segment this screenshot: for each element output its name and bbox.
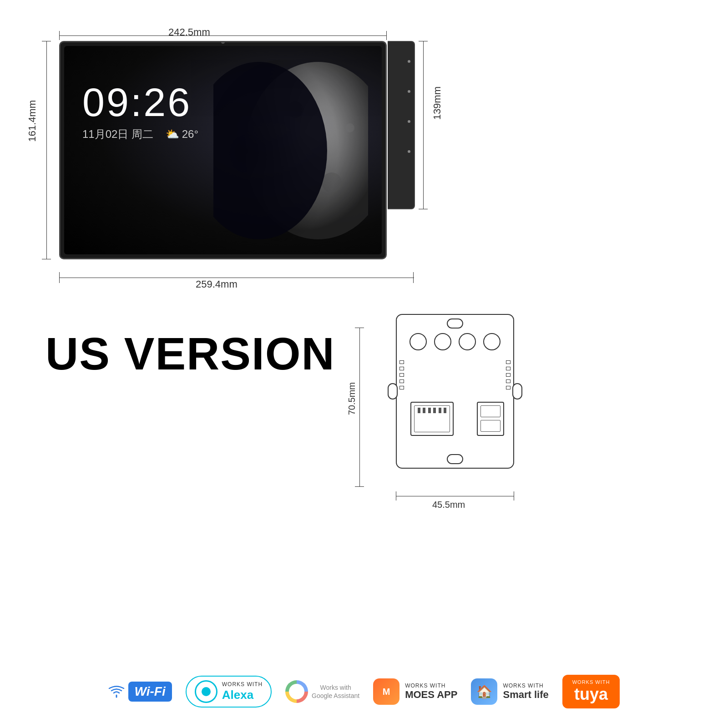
tuya-name-label: tuya xyxy=(574,685,608,704)
connector-teeth xyxy=(415,408,450,413)
clock-time: 09:26 xyxy=(82,82,198,122)
moon-graphic xyxy=(213,55,368,246)
tooth-4 xyxy=(433,408,436,413)
alexa-text: WORKS WITH Alexa xyxy=(222,681,263,702)
port-r1 xyxy=(506,360,511,364)
alexa-dot xyxy=(202,687,211,696)
alexa-name-label: Alexa xyxy=(222,688,263,702)
clock-date: 11月02日 周二 xyxy=(82,128,153,140)
moes-icon: M xyxy=(373,678,399,705)
port-4 xyxy=(399,379,404,383)
ports-left xyxy=(399,360,404,389)
side-buttons xyxy=(408,60,410,153)
alexa-icon xyxy=(195,680,217,703)
tooth-1 xyxy=(418,408,420,413)
side-button-4 xyxy=(408,150,410,153)
back-circle-3 xyxy=(459,333,476,350)
back-circle-2 xyxy=(434,333,451,350)
back-dim-v-line xyxy=(359,328,360,487)
back-circle-1 xyxy=(410,333,427,350)
tooth-6 xyxy=(444,408,446,413)
google-badge: Works withGoogle Assistant xyxy=(285,680,359,703)
camera-dot xyxy=(221,41,225,44)
wifi-icon xyxy=(108,685,125,698)
side-button-2 xyxy=(408,90,410,93)
mount-hole-right xyxy=(512,383,522,399)
moes-app-label: MOES APP xyxy=(405,689,457,701)
smartlife-badge: 🏠 WORKS WITH Smart life xyxy=(471,678,548,705)
clock-date-weather: 11月02日 周二 ⛅ 26° xyxy=(82,127,198,142)
side-button-3 xyxy=(408,120,410,123)
alexa-badge: WORKS WITH Alexa xyxy=(186,676,272,708)
mount-hole-left xyxy=(388,383,398,399)
tooth-5 xyxy=(439,408,441,413)
smartlife-text: WORKS WITH Smart life xyxy=(503,682,548,701)
clock-display: 09:26 11月02日 周二 ⛅ 26° xyxy=(82,82,198,142)
device-screen: 09:26 11月02日 周二 ⛅ 26° xyxy=(64,46,382,254)
dim-label-back-height: 70.5mm xyxy=(347,382,357,415)
moes-works-with-label: WORKS WITH xyxy=(405,682,457,689)
alexa-works-with-label: WORKS WITH xyxy=(222,681,263,688)
smartlife-icon: 🏠 xyxy=(471,678,497,705)
dim-tick xyxy=(396,491,396,500)
google-inner xyxy=(289,684,304,699)
dim-label-back-width: 45.5mm xyxy=(432,500,465,510)
dim-label-bottom-width: 259.4mm xyxy=(196,278,238,290)
switch-slot-2 xyxy=(480,420,500,432)
port-5 xyxy=(399,386,404,389)
side-button-1 xyxy=(408,60,410,63)
google-label: Works withGoogle Assistant xyxy=(312,683,359,700)
back-dim-h-line xyxy=(396,496,514,496)
google-icon xyxy=(285,680,308,703)
connector-inner xyxy=(414,405,450,432)
mount-hole-bottom xyxy=(447,454,463,464)
port-r2 xyxy=(506,367,511,370)
wifi-badge: Wi-Fi xyxy=(108,682,172,702)
back-device-rect xyxy=(396,314,514,469)
dim-line-right-height xyxy=(423,41,424,209)
dim-label-left-height: 161.4mm xyxy=(26,100,38,142)
back-connector-box xyxy=(410,402,454,436)
device-side-view xyxy=(388,41,415,209)
smartlife-works-with-label: WORKS WITH xyxy=(503,682,548,689)
dim-line-left-height xyxy=(46,41,47,259)
port-r5 xyxy=(506,386,511,389)
switch-slot-1 xyxy=(480,405,500,417)
tooth-3 xyxy=(428,408,431,413)
dim-label-right-height: 139mm xyxy=(431,86,443,120)
moes-badge: M WORKS WITH MOES APP xyxy=(373,678,457,705)
back-switch-box xyxy=(477,402,504,436)
dim-line-top-width xyxy=(59,35,387,36)
dim-line-bottom-width xyxy=(59,278,414,278)
port-r4 xyxy=(506,379,511,383)
port-2 xyxy=(399,367,404,370)
device-front-view: 09:26 11月02日 周二 ⛅ 26° xyxy=(59,41,387,259)
dim-tick xyxy=(355,328,364,328)
tooth-2 xyxy=(423,408,425,413)
dim-tick xyxy=(355,486,364,487)
smartlife-name-label: Smart life xyxy=(503,689,548,701)
port-3 xyxy=(399,373,404,377)
clock-weather: ⛅ 26° xyxy=(166,128,198,141)
moes-text: WORKS WITH MOES APP xyxy=(405,682,457,701)
mount-hole-top xyxy=(447,318,463,329)
weather-icon: ⛅ xyxy=(166,128,179,141)
tuya-badge: WORKS WITH tuya xyxy=(562,675,620,708)
dim-tick xyxy=(514,491,514,500)
compatibility-bar: Wi-Fi WORKS WITH Alexa Works withGoogle … xyxy=(0,664,728,719)
tuya-works-with-label: WORKS WITH xyxy=(572,679,610,685)
smartlife-house-icon: 🏠 xyxy=(476,684,492,699)
dim-label-top-width: 242.5mm xyxy=(168,26,210,38)
port-1 xyxy=(399,360,404,364)
temperature: 26° xyxy=(182,128,198,141)
us-version-label: US VERSION xyxy=(46,328,335,380)
back-circles-row xyxy=(410,333,500,350)
ports-right xyxy=(506,360,511,389)
wifi-label: Wi-Fi xyxy=(128,682,172,702)
port-r3 xyxy=(506,373,511,377)
back-circle-4 xyxy=(483,333,500,350)
dimension-diagram: 242.5mm 161.4mm xyxy=(23,18,705,291)
